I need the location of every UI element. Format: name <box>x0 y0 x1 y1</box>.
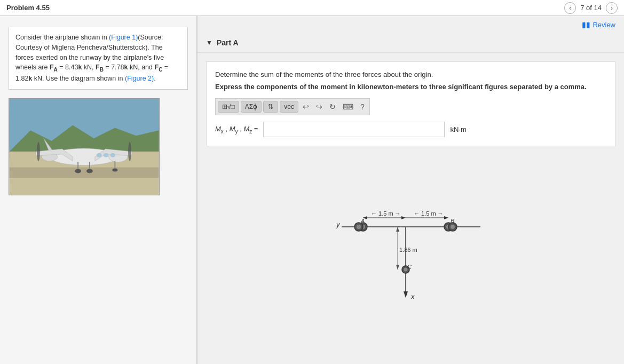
part-a-header: ▼ Part A <box>198 33 624 53</box>
svg-marker-28 <box>444 216 448 219</box>
svg-rect-3 <box>10 167 159 178</box>
problem-title: Problem 4.55 <box>6 4 50 12</box>
vec-label: vec <box>284 103 294 110</box>
collapse-arrow[interactable]: ▼ <box>206 39 212 46</box>
svg-marker-39 <box>396 265 399 270</box>
unit-label: kN·m <box>450 125 466 133</box>
prev-button[interactable]: ‹ <box>564 2 576 14</box>
alpha-sigma-icon: ΑΣϕ <box>245 103 257 110</box>
dim1-label: ← 1.5 m → <box>371 210 401 217</box>
redo-btn[interactable]: ↪ <box>313 101 325 113</box>
review-label: Review <box>593 21 615 29</box>
answer-row: Mx , My , Mz = kN·m <box>215 122 606 137</box>
math-toolbar: ⊞√□ ΑΣϕ ⇅ vec ↩ ↪ <box>215 98 370 115</box>
label-b: B <box>451 218 454 224</box>
problem-description: Consider the airplane shown in (Figure 1… <box>9 27 188 90</box>
x-axis-label: x <box>410 292 415 300</box>
figure2-link[interactable]: (Figure 2) <box>125 75 154 82</box>
vec-btn[interactable]: vec <box>280 101 298 113</box>
description-text: Consider the airplane shown in (Figure 1… <box>15 34 168 82</box>
airplane-image <box>9 98 160 195</box>
figure1-link[interactable]: (Figure 1) <box>109 34 138 41</box>
svg-marker-26 <box>401 216 406 219</box>
label-a: A <box>360 218 365 224</box>
svg-point-10 <box>37 142 40 161</box>
redo-icon: ↪ <box>316 102 322 111</box>
reset-icon: ↻ <box>329 102 336 111</box>
help-btn[interactable]: ? <box>358 101 367 113</box>
main-layout: Consider the airplane shown in (Figure 1… <box>0 16 624 364</box>
fc-k: k <box>28 75 32 82</box>
svg-point-16 <box>97 153 102 157</box>
svg-point-20 <box>112 168 117 171</box>
alpha-sigma-btn[interactable]: ΑΣϕ <box>241 101 262 113</box>
dim3-label: 1.86 m <box>399 247 417 253</box>
fa-k: k <box>78 64 82 71</box>
reset-btn[interactable]: ↻ <box>327 101 338 113</box>
top-bar: Problem 4.55 ‹ 7 of 14 › <box>0 0 624 16</box>
right-panel: ▮▮ Review ▼ Part A Determine the sum of … <box>198 16 624 364</box>
svg-point-32 <box>357 225 361 229</box>
question-text: Determine the sum of the moments of the … <box>215 70 606 78</box>
next-button[interactable]: › <box>606 2 618 14</box>
undo-btn[interactable]: ↩ <box>300 101 312 113</box>
keyboard-btn[interactable]: ⌨ <box>340 101 356 113</box>
fb-label: FB <box>96 64 104 71</box>
force-diagram: y x ← 1.5 m → <box>320 165 502 304</box>
answer-input[interactable] <box>263 122 445 137</box>
review-link[interactable]: ▮▮ Review <box>582 20 615 29</box>
page-count: 7 of 14 <box>580 4 602 12</box>
question-instruction: Express the components of the moment in … <box>215 83 606 91</box>
matrix-sqrt-btn[interactable]: ⊞√□ <box>218 101 239 113</box>
diagram-area: y x ← 1.5 m → <box>198 155 624 315</box>
source-text: Source: Courtesy of Miglena Pencheva/Shu… <box>15 34 163 51</box>
part-a-label: Part A <box>217 38 239 47</box>
matrix-sqrt-icon: ⊞√□ <box>222 103 235 110</box>
svg-point-18 <box>110 153 115 157</box>
dim2-label: ← 1.5 m → <box>414 210 444 217</box>
part-a-section: ▼ Part A Determine the sum of the moment… <box>198 33 624 315</box>
svg-point-15 <box>86 169 93 173</box>
svg-point-36 <box>451 225 455 229</box>
y-axis-label: y <box>336 220 341 228</box>
undo-icon: ↩ <box>303 102 309 111</box>
svg-point-17 <box>104 153 109 157</box>
answer-label: Mx , My , Mz = <box>215 125 258 134</box>
arrows-btn[interactable]: ⇅ <box>263 101 278 113</box>
bookmark-icon: ▮▮ <box>582 20 590 29</box>
nav-controls: ‹ 7 of 14 › <box>564 2 618 14</box>
label-c: C <box>407 264 412 270</box>
arrows-icon: ⇅ <box>268 103 273 110</box>
answer-section: Determine the sum of the moments of the … <box>206 61 615 146</box>
left-panel: Consider the airplane shown in (Figure 1… <box>0 16 198 364</box>
svg-marker-23 <box>404 291 408 298</box>
svg-point-11 <box>128 142 131 161</box>
fa-label: FA <box>50 64 58 71</box>
fb-k: k <box>124 64 128 71</box>
fc-label: FC <box>154 64 162 71</box>
keyboard-icon: ⌨ <box>343 102 353 111</box>
review-bar: ▮▮ Review <box>198 16 624 33</box>
svg-point-13 <box>75 169 81 173</box>
svg-marker-38 <box>396 227 399 232</box>
help-icon: ? <box>360 102 365 111</box>
